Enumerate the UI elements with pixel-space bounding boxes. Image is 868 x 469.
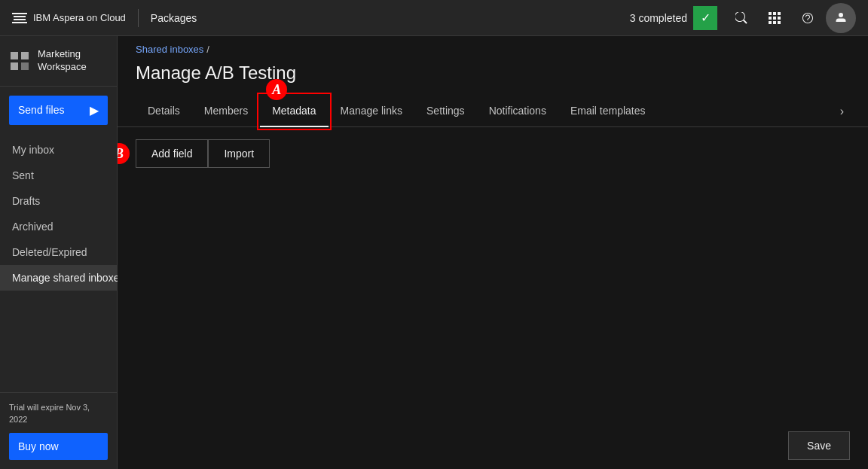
breadcrumb: Shared inboxes / [118, 36, 868, 59]
tab-manage-links[interactable]: Manage links [329, 96, 415, 127]
svg-rect-10 [769, 21, 772, 24]
svg-rect-16 [21, 62, 29, 70]
send-files-label: Send files [18, 104, 64, 116]
sidebar-nav: My inbox Sent Drafts Archived Deleted/Ex… [0, 134, 117, 392]
svg-rect-5 [773, 12, 776, 15]
svg-rect-12 [778, 21, 781, 24]
svg-rect-7 [769, 17, 772, 20]
search-button[interactable] [726, 3, 756, 33]
add-field-button[interactable]: Add field [136, 139, 208, 168]
content-area: Shared inboxes / Manage A/B Testing Deta… [118, 36, 868, 469]
svg-rect-14 [21, 52, 29, 59]
main-layout: Marketing Workspace Send files ▶ My inbo… [0, 36, 868, 469]
brand-icon [9, 50, 30, 72]
svg-rect-0 [12, 13, 27, 14]
ibm-brand-text: IBM Aspera on Cloud [33, 12, 126, 23]
completed-text: 3 completed [630, 12, 687, 24]
tab-email-templates[interactable]: Email templates [558, 96, 658, 127]
sidebar-item-archived[interactable]: Archived [0, 214, 117, 239]
svg-rect-8 [773, 17, 776, 20]
completed-check-icon[interactable]: ✓ [693, 6, 717, 30]
trial-text: Trial will expire Nov 3, 2022 [9, 402, 108, 425]
svg-rect-2 [14, 19, 26, 20]
breadcrumb-separator: / [206, 44, 209, 55]
svg-rect-6 [778, 12, 781, 15]
svg-rect-3 [12, 22, 27, 23]
bottom-bar: Save [235, 422, 868, 469]
svg-rect-15 [11, 62, 18, 70]
tabs-scroll-right-icon[interactable]: › [834, 99, 850, 124]
breadcrumb-link[interactable]: Shared inboxes [136, 44, 203, 55]
sidebar-item-my-inbox[interactable]: My inbox [0, 137, 117, 163]
svg-rect-1 [14, 16, 26, 17]
help-button[interactable] [793, 3, 823, 33]
tab-metadata[interactable]: Metadata [260, 96, 328, 127]
tab-settings[interactable]: Settings [414, 96, 477, 127]
import-button[interactable]: Import [208, 139, 270, 168]
tab-notifications[interactable]: Notifications [477, 96, 558, 127]
tabs-bar: Details Members A Metadata Manage links … [118, 96, 868, 127]
send-files-button[interactable]: Send files ▶ [9, 96, 108, 125]
brand-name: Marketing Workspace [38, 48, 108, 74]
tab-members[interactable]: Members [192, 96, 260, 127]
sidebar-item-drafts[interactable]: Drafts [0, 188, 117, 214]
sidebar: Marketing Workspace Send files ▶ My inbo… [0, 36, 118, 469]
page-title: Manage A/B Testing [118, 59, 868, 96]
annotation-a: A [266, 79, 287, 100]
buy-now-button[interactable]: Buy now [9, 433, 108, 460]
svg-rect-4 [769, 12, 772, 15]
completed-badge: 3 completed ✓ [630, 6, 717, 30]
user-avatar[interactable] [826, 3, 856, 33]
send-files-arrow-icon: ▶ [90, 103, 99, 117]
svg-rect-13 [11, 52, 18, 59]
ibm-brand: IBM Aspera on Cloud [12, 11, 126, 26]
tab-details[interactable]: Details [136, 96, 192, 127]
svg-rect-11 [773, 21, 776, 24]
annotation-b: B [118, 143, 130, 164]
sidebar-brand: Marketing Workspace [0, 36, 117, 87]
sidebar-footer: Trial will expire Nov 3, 2022 Buy now [0, 392, 117, 469]
save-button[interactable]: Save [788, 431, 850, 460]
sidebar-item-deleted-expired[interactable]: Deleted/Expired [0, 239, 117, 265]
apps-button[interactable] [760, 3, 790, 33]
ibm-logo-icon [12, 11, 27, 26]
sidebar-item-manage-shared-inboxes[interactable]: Manage shared inboxes [0, 265, 117, 291]
topbar: IBM Aspera on Cloud Packages 3 completed… [0, 0, 868, 36]
content-toolbar: B Add field Import [118, 127, 868, 180]
svg-rect-9 [778, 17, 781, 20]
packages-link[interactable]: Packages [151, 12, 197, 24]
topbar-divider [138, 9, 139, 27]
sidebar-item-sent[interactable]: Sent [0, 163, 117, 188]
